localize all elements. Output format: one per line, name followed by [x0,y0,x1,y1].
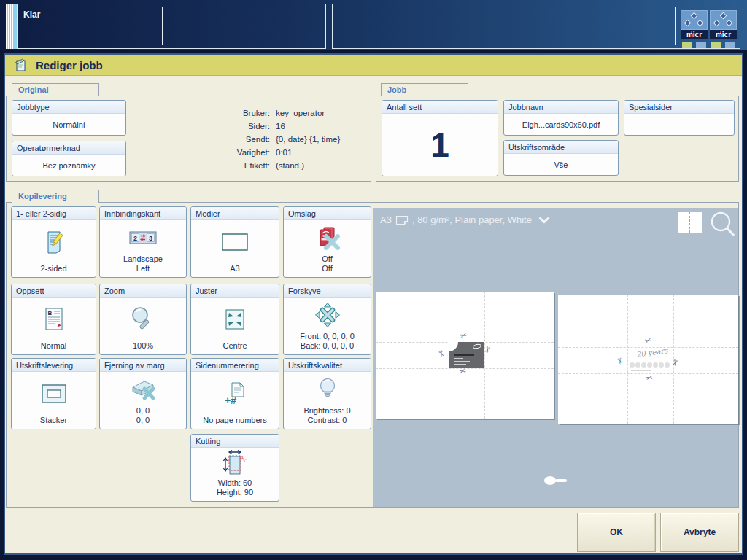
covers-off-icon [284,220,371,254]
micr-logo: micr [710,30,737,39]
preview-page-front: ✂ ✂ ✂ ✂ [376,292,554,419]
jobname-label: Jobbnavn [504,101,618,114]
info-row: Sider:16 [210,122,366,131]
svg-text:+#: +# [225,394,236,406]
job-info-list: Bruker:key_operator Sider:16 Sendt:{0, d… [210,109,366,174]
spread-view-button[interactable] [678,212,702,233]
printer-status: Klar [23,9,325,20]
lightbulb-icon [284,372,371,406]
shift-arrows-icon [284,298,371,332]
tray-chip-blue [725,42,735,48]
tab-jobb[interactable]: Jobb [381,83,468,96]
toner-diamonds-icon [710,10,737,30]
status-panel-left: Klar [17,4,326,49]
card-back-text: 20 years [635,346,667,359]
plug-icon [542,475,570,486]
media-dropdown[interactable]: A3 , 80 g/m², Plain paper, White [380,214,550,225]
stacker-icon [12,372,96,416]
dialog-title-bar: Rediger jobb [5,55,742,76]
printer-engine-icon-1: micr [681,10,708,48]
binding-edge-icon: 2 3 [100,220,186,254]
preview-zoom-button[interactable] [708,209,737,240]
align-button[interactable]: Juster Centre [190,284,279,355]
card-artwork-front [449,342,484,368]
sheet-orientation-icon [395,215,409,225]
media-size: A3 [380,214,392,225]
ok-button[interactable]: OK [577,513,656,552]
info-row: Sendt:{0, date} {1, time} [210,135,366,144]
cutting-icon: ✂ [191,448,279,478]
special-pages-button[interactable]: Spesialsider [624,100,735,136]
media-details: , 80 g/m², Plain paper, White [412,214,532,225]
jobtype-value: Normální [12,114,125,135]
preview-page-back: 20 years ✂ ✂ ✂ ✂ [558,295,738,424]
align-centre-icon [191,298,279,341]
cancel-button[interactable]: Avbryte [660,513,739,552]
svg-text:2: 2 [133,234,137,241]
page-numbering-button[interactable]: Sidenummerering +# No page numbers [190,358,279,429]
layout-button[interactable]: Oppsett B Normal [11,284,96,355]
status-panel-right [332,4,740,49]
micr-logo: micr [681,30,708,39]
tray-chip-blue [696,42,706,48]
cutting-button[interactable]: Kutting ✂ Width: 60Height: 90 [190,434,279,502]
operator-note-value: Bez poznámky [12,155,125,176]
scissors-icon: ✂ [436,349,446,358]
jobname-value: Eigh...cards90x60.pdf [504,114,618,135]
tab-original[interactable]: Original [12,83,99,96]
copies-label: Antall sett [382,101,498,114]
card-back-dots [630,362,670,368]
tab-kopilevering[interactable]: Kopilevering [12,190,99,203]
preview-panel: A3 , 80 g/m², Plain paper, White [373,208,738,507]
jobname-button[interactable]: Jobbnavn Eigh...cards90x60.pdf [503,100,619,136]
operator-note-button[interactable]: Operatørmerknad Bez poznámky [12,141,126,176]
sides-button[interactable]: 1- eller 2-sidig 2-sided [11,206,96,278]
page-number-icon: +# [191,372,279,416]
print-range-button[interactable]: Utskriftsområde Vše [503,140,619,176]
eraser-icon [100,372,186,406]
tray-chip-green [711,42,721,48]
status-divider-2 [675,7,676,45]
jobtype-button[interactable]: Jobbtype Normální [12,100,126,136]
output-delivery-button[interactable]: Utskriftslevering Stacker [11,358,96,429]
scissors-icon: ✂ [670,358,679,367]
scissors-icon: ✂ [459,331,468,341]
svg-text:B: B [47,310,52,316]
scissors-icon: ✂ [643,336,652,346]
media-button[interactable]: Medier A3 [190,206,279,278]
info-row: Bruker:key_operator [210,109,366,118]
info-row: Etikett:(stand.) [210,161,366,171]
print-range-label: Utskriftsområde [504,141,618,154]
binding-edge-button[interactable]: Innbindingskant 2 3 LandscapeLeft [99,206,187,278]
zoom-button[interactable]: Zoom 100% [99,284,187,355]
toner-diamonds-icon [681,10,708,30]
info-row: Varighet:0:01 [210,148,366,158]
print-range-value: Vše [504,154,618,175]
special-pages-label: Spesialsider [624,101,734,114]
special-pages-value [624,114,734,135]
status-divider [162,7,163,45]
screen: Klar micr micr [0,0,747,560]
printer-engine-icon-2: micr [710,10,737,48]
scissors-icon: ✂ [615,357,624,365]
copies-button[interactable]: Antall sett 1 [382,100,498,176]
magnifier-icon [100,298,186,341]
covers-button[interactable]: Omslag OffOff [283,206,371,278]
two-sided-icon [12,220,96,264]
chevron-down-icon [538,217,550,224]
jobtype-label: Jobbtype [12,101,125,114]
copies-value: 1 [382,114,498,176]
activity-stripes [6,4,17,49]
layout-normal-icon: B [12,298,96,341]
shift-button[interactable]: Forskyve Front: 0, 0, 0, 0Back: 0, 0, 0,… [283,284,371,355]
svg-text:3: 3 [149,234,152,241]
edit-job-icon [14,58,28,72]
page-title: Rediger jobb [36,59,103,71]
margin-erase-button[interactable]: Fjerning av marg 0, 00, 0 [99,358,187,429]
status-bar: Klar micr micr [0,0,747,50]
media-sheet-icon [191,220,279,264]
operator-note-label: Operatørmerknad [12,141,125,155]
print-quality-button[interactable]: Utskriftskvalitet Brightness: 0Contrast:… [283,358,371,429]
tray-chip-green [682,42,692,48]
